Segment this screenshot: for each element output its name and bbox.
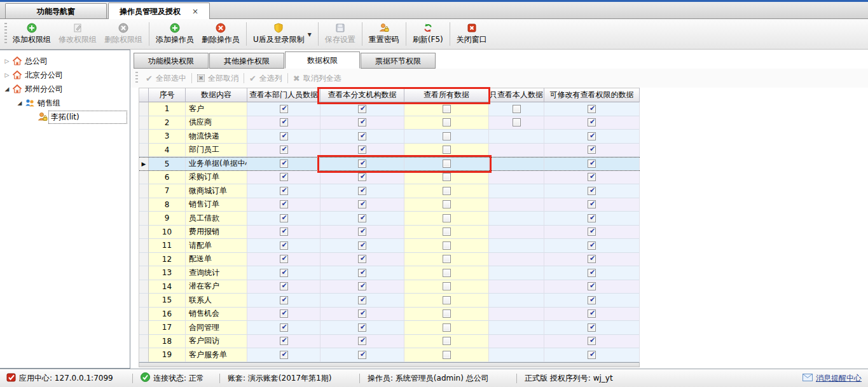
checkbox-checked[interactable] <box>588 241 596 250</box>
checkbox-checked[interactable] <box>588 200 596 208</box>
close-icon[interactable]: × <box>192 7 198 16</box>
column-header[interactable]: 查看本部门人员数据 <box>247 88 320 102</box>
grid-row[interactable]: 16销售机会 <box>139 308 640 322</box>
checkbox-checked[interactable] <box>358 309 366 318</box>
tree-item-beijing-branch[interactable]: 北京分公司 <box>0 68 130 82</box>
checkbox-unchecked[interactable] <box>443 296 451 304</box>
column-header[interactable]: 只查看本人数据 <box>489 88 544 102</box>
checkbox-checked[interactable] <box>358 323 366 332</box>
checkbox-unchecked[interactable] <box>443 323 451 332</box>
checkbox-checked[interactable] <box>280 323 288 332</box>
column-header[interactable]: 查看本分支机构数据 <box>320 88 404 102</box>
tab-operator-management[interactable]: 操作员管理及授权 × <box>108 3 210 19</box>
expand-toggle-icon[interactable] <box>3 86 11 92</box>
tab-module-permissions[interactable]: 功能模块权限 <box>134 53 209 69</box>
checkbox-unchecked[interactable] <box>443 337 451 345</box>
ushield-login-limit-button[interactable]: U盾及登录限制 <box>249 19 315 49</box>
cancel-column-select-button[interactable]: 取消列全选 <box>288 73 347 84</box>
checkbox-checked[interactable] <box>358 227 366 236</box>
tree-item-head-office[interactable]: 总公司 <box>0 54 130 68</box>
checkbox-checked[interactable] <box>280 269 288 277</box>
message-center-link[interactable]: 消息提醒中心 <box>803 373 862 384</box>
grid-row[interactable]: 2供应商 <box>139 116 640 130</box>
checkbox-unchecked[interactable] <box>443 269 451 277</box>
checkbox-checked[interactable] <box>280 146 288 154</box>
horizontal-scrollbar[interactable] <box>139 362 640 367</box>
action-bar-grip[interactable] <box>135 72 138 85</box>
checkbox-unchecked[interactable] <box>443 160 451 168</box>
checkbox-unchecked[interactable] <box>443 187 451 195</box>
checkbox-checked[interactable] <box>280 351 288 359</box>
checkbox-checked[interactable] <box>280 309 288 318</box>
checkbox-checked[interactable] <box>358 296 366 304</box>
checkbox-checked[interactable] <box>358 105 366 113</box>
checkbox-checked[interactable] <box>588 255 596 263</box>
checkbox-checked[interactable] <box>280 105 288 113</box>
checkbox-checked[interactable] <box>358 132 366 140</box>
checkbox-checked[interactable] <box>280 337 288 345</box>
checkbox-checked[interactable] <box>358 269 366 277</box>
cancel-all-button[interactable]: 全部取消 <box>192 73 244 84</box>
refresh-button[interactable]: 刷新(F5) <box>409 19 447 49</box>
grid-row[interactable]: 1客户 <box>139 102 640 116</box>
checkbox-checked[interactable] <box>358 200 366 208</box>
grid-row[interactable]: 8销售订单 <box>139 198 640 212</box>
select-all-button[interactable]: 全部选中 <box>141 73 191 84</box>
checkbox-checked[interactable] <box>358 337 366 345</box>
checkbox-checked[interactable] <box>588 227 596 236</box>
column-header[interactable]: 数据内容 <box>186 88 247 102</box>
checkbox-checked[interactable] <box>358 214 366 222</box>
checkbox-checked[interactable] <box>588 118 596 126</box>
checkbox-checked[interactable] <box>280 241 288 250</box>
checkbox-checked[interactable] <box>280 118 288 126</box>
grid-row[interactable]: 13查询统计 <box>139 266 640 280</box>
edit-permission-group-button[interactable]: 修改权限组 <box>55 19 100 49</box>
save-settings-button[interactable]: 保存设置 <box>321 19 359 49</box>
checkbox-unchecked[interactable] <box>443 200 451 208</box>
checkbox-unchecked[interactable] <box>443 227 451 236</box>
checkbox-checked[interactable] <box>588 160 596 168</box>
tree-item-operator-litu[interactable]: 李拓(lit) <box>0 110 130 124</box>
checkbox-checked[interactable] <box>588 351 596 359</box>
grid-row[interactable]: 17合同管理 <box>139 321 640 335</box>
checkbox-checked[interactable] <box>358 146 366 154</box>
close-window-button[interactable]: 关闭窗口 <box>453 19 491 49</box>
checkbox-checked[interactable] <box>588 214 596 222</box>
checkbox-unchecked[interactable] <box>443 214 451 222</box>
checkbox-checked[interactable] <box>588 282 596 290</box>
add-permission-group-button[interactable]: 添加权限组 <box>9 19 55 49</box>
checkbox-checked[interactable] <box>358 351 366 359</box>
tab-other-operation-permissions[interactable]: 其他操作权限 <box>209 53 284 69</box>
checkbox-unchecked[interactable] <box>443 105 451 113</box>
checkbox-unchecked[interactable] <box>443 241 451 250</box>
checkbox-unchecked[interactable] <box>443 351 451 359</box>
checkbox-checked[interactable] <box>358 187 366 195</box>
checkbox-checked[interactable] <box>588 132 596 140</box>
tree-item-zhengzhou-branch[interactable]: 郑州分公司 <box>0 82 130 96</box>
select-column-button[interactable]: 全选列 <box>244 73 287 84</box>
checkbox-checked[interactable] <box>280 282 288 290</box>
reset-password-button[interactable]: 重置密码 <box>365 19 403 49</box>
grid-row[interactable]: 11请配单 <box>139 239 640 253</box>
chevron-down-icon[interactable] <box>308 30 312 39</box>
column-header[interactable]: 查看所有数据 <box>404 88 489 102</box>
delete-permission-group-button[interactable]: 删除权限组 <box>100 19 146 49</box>
checkbox-checked[interactable] <box>358 118 366 126</box>
checkbox-unchecked[interactable] <box>513 105 521 113</box>
checkbox-unchecked[interactable] <box>443 132 451 140</box>
tree-item-sales-group[interactable]: 销售组 <box>0 96 130 110</box>
checkbox-unchecked[interactable] <box>443 255 451 263</box>
checkbox-checked[interactable] <box>358 241 366 250</box>
checkbox-checked[interactable] <box>280 200 288 208</box>
grid-row[interactable]: 7微商城订单 <box>139 184 640 198</box>
grid-row[interactable]: 10费用报销 <box>139 226 640 240</box>
checkbox-checked[interactable] <box>588 309 596 318</box>
checkbox-checked[interactable] <box>358 160 366 168</box>
checkbox-checked[interactable] <box>588 337 596 345</box>
column-header[interactable]: 序号 <box>149 88 186 102</box>
checkbox-checked[interactable] <box>280 227 288 236</box>
checkbox-checked[interactable] <box>358 282 366 290</box>
checkbox-checked[interactable] <box>588 296 596 304</box>
tab-function-nav[interactable]: 功能导航窗 <box>5 3 107 18</box>
add-operator-button[interactable]: 添加操作员 <box>152 19 198 49</box>
